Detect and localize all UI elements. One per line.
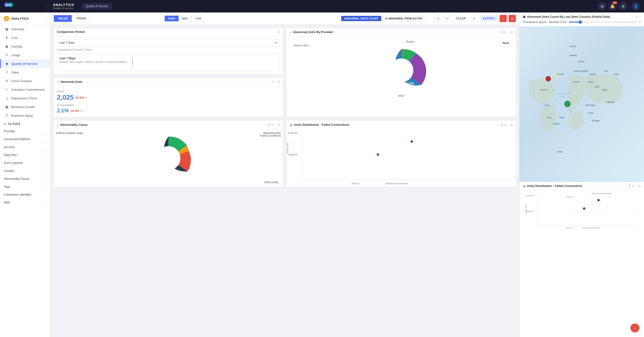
cause-collapse-icon[interactable]: − — [274, 123, 276, 127]
map-info-icon[interactable]: ℹ — [636, 15, 637, 18]
value-tab-btn[interactable]: VALUE — [54, 15, 72, 22]
quality-tab[interactable]: Quality of Service — [82, 3, 112, 9]
provider-chart-list-icon: ≡ — [290, 30, 292, 34]
x-label-2-svg: 8930272... — [566, 227, 574, 229]
att-pct: 34.0% — [406, 82, 414, 85]
sidebar-item-usage[interactable]: ≡ Usage — [0, 51, 50, 59]
scroll-to-bottom-btn[interactable]: ↓ — [630, 324, 639, 332]
units-dist-right-expand[interactable]: ⊞ — [638, 184, 641, 188]
filter-tags[interactable]: Tags › — [0, 183, 50, 191]
filter-imsi[interactable]: IMSI › — [0, 199, 50, 207]
count-change-dot: ● — [86, 96, 87, 99]
map-country-indian-ocean: Indian — [557, 150, 563, 153]
filter-list-btn[interactable]: ≡ — [471, 15, 478, 22]
map-collapse-icon[interactable]: − — [639, 15, 641, 18]
settings-btn[interactable]: ⚙ — [619, 2, 628, 10]
trend-tab-btn[interactable]: TREND — [72, 15, 91, 22]
scatter-dot-2[interactable] — [377, 154, 379, 156]
units-dist-icon: ◉ — [290, 123, 292, 127]
units-dist-expand-icon[interactable]: ⊞ — [510, 123, 513, 126]
donut-chart-area: Tele2 Verizon Wire... Rogers AT&T 24.1% … — [286, 37, 516, 104]
scatter-dot-b[interactable] — [583, 208, 586, 210]
nav-title-area: ANALYTICS Quality of service — [50, 3, 74, 10]
sidebar-collapse-btn[interactable]: ‹ — [45, 16, 46, 21]
map-country-russia: Russia — [578, 60, 585, 63]
units-dist-right-info[interactable]: ℹ — [632, 184, 634, 188]
map-country-iraq: Iraq — [604, 70, 608, 72]
filter-account[interactable]: Account › — [0, 143, 50, 151]
sidebar-item-deployment[interactable]: ↘ Deployment Trend — [0, 94, 50, 102]
aging-icon: ⏱ — [4, 114, 9, 117]
panels-grid: Comparison Period ℹ Last 7 Days Last 30 … — [50, 25, 519, 190]
share-red-btn[interactable]: ⊡ — [509, 15, 516, 22]
units-dist-right-collapse[interactable]: − — [635, 184, 637, 188]
sidebar-item-cost[interactable]: $ Cost — [0, 33, 50, 42]
imsi-arrow-icon: › — [45, 201, 46, 204]
map-country-bolivia: Bolivia — [553, 123, 560, 125]
cause-expand-icon[interactable]: ⊞ — [278, 123, 280, 126]
sidebar-item-sales[interactable]: ↗ Sales — [0, 68, 50, 76]
units-dist-download-icon[interactable]: ⬇ — [501, 123, 503, 126]
provider-info-icon[interactable]: ℹ — [504, 30, 506, 34]
undo-btn[interactable]: ↩ — [434, 15, 442, 22]
sidebar-item-quality[interactable]: ◈ Quality of Service — [0, 59, 50, 68]
sidebar-item-overview[interactable]: ▦ Overview — [0, 25, 50, 33]
cause-panel-actions: ⬇ ℹ − ⊞ — [268, 123, 280, 127]
right-panel: ◉ Abnormal Units Count By Last Seen Coun… — [519, 12, 644, 337]
sidebar-item-business-aging[interactable]: ⏱ Business Aging — [0, 111, 50, 120]
scatter-dot-a[interactable] — [598, 199, 600, 202]
app-body: ★ ANALYTICS ‹ ▦ Overview $ Cost ◉ Saving… — [0, 12, 644, 337]
user-profile-btn[interactable]: 👤 — [632, 2, 640, 10]
filter-country[interactable]: Country › — [0, 167, 50, 175]
sidebar-item-savings[interactable]: ◉ Savings — [0, 42, 50, 51]
abnormal-units-collapse-icon[interactable]: − — [274, 80, 276, 84]
export-btn[interactable]: EXPORT — [480, 15, 498, 22]
low-btn[interactable]: LOW — [192, 16, 205, 21]
provider-expand-icon[interactable]: ⊞ — [510, 31, 513, 34]
abnormal-units-title: ≡ Abnormal Units — [57, 80, 82, 84]
rogers-pct: 0.8% — [414, 50, 420, 53]
period-dropdown[interactable]: Last 7 Days Last 30 Days Last 90 Days — [57, 39, 280, 46]
med-btn[interactable]: MED — [178, 16, 192, 21]
filter-connection-identifier[interactable]: Connection Identifier › — [0, 191, 50, 199]
sidebar-item-activation[interactable]: ✓ Activation Commitments — [0, 85, 50, 94]
map-dot-green[interactable] — [564, 101, 570, 107]
abnormal-units-count-btn[interactable]: ABNORMAL UNITS COUNT — [341, 16, 381, 21]
download-red-btn[interactable]: ↓ — [500, 15, 507, 22]
threshold-info-icon[interactable]: ℹ — [640, 20, 641, 24]
redo-btn[interactable]: ↪ — [444, 15, 451, 22]
abnormal-units-expand-icon[interactable]: ⊞ — [278, 80, 280, 84]
sidebar-title: ★ ANALYTICS — [4, 16, 28, 21]
sidebar-item-churn[interactable]: ↺ Churn Analysis — [0, 76, 50, 85]
scatter-dot-1[interactable] — [410, 140, 413, 143]
comparison-info-icon[interactable]: ℹ — [278, 30, 280, 34]
clear-btn[interactable]: CLEAR — [453, 15, 469, 22]
units-dist-right-panel: ◉ Units Distribution - Failed Connection… — [520, 182, 644, 337]
abnormal-units-body: Count 2,025 19.5% ● % From Active 2.1% — [54, 86, 283, 117]
units-dist-right-download[interactable]: ⬇ — [628, 184, 631, 188]
abnormal-units-info-icon[interactable]: ℹ — [272, 80, 273, 84]
provider-collapse-icon[interactable]: − — [507, 30, 509, 34]
filter-end-customer[interactable]: End Customer › — [0, 159, 50, 167]
provider-download-icon[interactable]: ⬇ — [501, 30, 503, 34]
date-scroll[interactable] — [132, 57, 133, 69]
units-dist-collapse-icon[interactable]: − — [507, 123, 509, 127]
units-dist-info-icon[interactable]: ℹ — [504, 123, 506, 126]
map-dot-red[interactable] — [546, 76, 551, 81]
grid-icon-btn[interactable]: ⊞ — [598, 2, 606, 10]
high-btn[interactable]: HIGH — [164, 16, 178, 21]
pct-abnormal-btn[interactable]: % ABNORMAL FROM ACTIVE — [382, 16, 426, 21]
overly-chatty-label: Overly chatty — [264, 181, 278, 184]
filter-connected-platform[interactable]: Connected Platform › — [0, 136, 50, 143]
cause-download-icon[interactable]: ⬇ — [268, 123, 270, 126]
units-distribution-panel: ◉ Units Distribution - Failed Connection… — [286, 120, 516, 187]
notifications-btn[interactable]: 🔔 99+ — [608, 2, 617, 10]
map-country-sweden: Sweden — [570, 54, 577, 57]
sidebar-item-business-growth[interactable]: ▦ Business Growth — [0, 102, 50, 111]
cause-info-icon[interactable]: ℹ — [272, 123, 273, 126]
units-dist-header: ◉ Units Distribution - Failed Connection… — [286, 120, 516, 130]
filter-abnormality-cause[interactable]: Abnormality Cause › — [0, 175, 50, 183]
threshold-handle[interactable] — [578, 20, 582, 24]
filter-rate-plan[interactable]: Rate Plan › — [0, 151, 50, 159]
filter-provider[interactable]: Provider › — [0, 128, 50, 136]
